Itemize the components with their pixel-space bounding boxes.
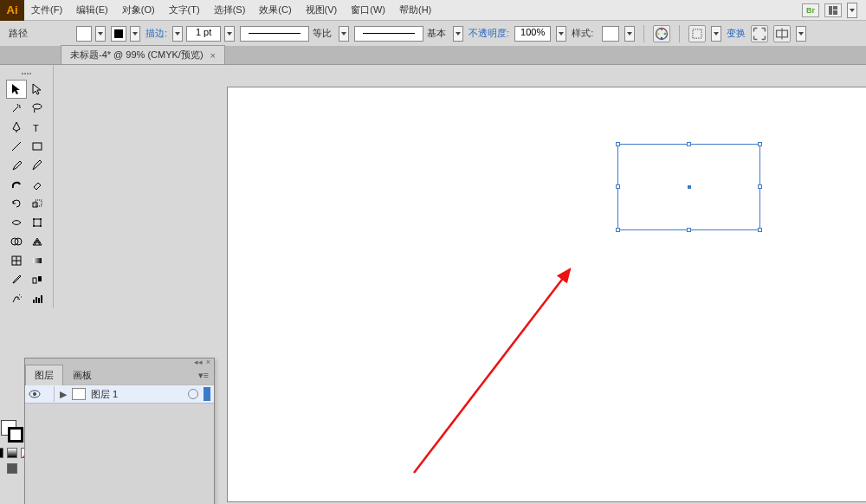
fill-swatch-group[interactable] xyxy=(76,26,106,42)
column-graph-tool[interactable] xyxy=(27,289,48,308)
handle-se[interactable] xyxy=(758,228,762,232)
isolate-icon[interactable] xyxy=(751,25,768,42)
line-tool[interactable] xyxy=(6,137,27,156)
stroke-swatch-large[interactable] xyxy=(8,427,23,443)
options-path-label: 路径 xyxy=(9,27,28,40)
align-dropdown[interactable] xyxy=(711,26,721,42)
svg-rect-31 xyxy=(36,297,37,303)
fill-swatch[interactable] xyxy=(76,26,92,42)
doc-tab[interactable]: 未标题-4* @ 99% (CMYK/预览) × xyxy=(61,45,225,64)
bridge-button[interactable]: Br xyxy=(802,3,819,17)
panel-close-icon[interactable]: × xyxy=(206,358,210,366)
free-transform-tool[interactable] xyxy=(27,213,48,232)
layer-expand-icon[interactable]: ▶ xyxy=(60,389,67,400)
brush-group[interactable]: 基本 xyxy=(354,26,463,42)
width-tool[interactable] xyxy=(6,213,27,232)
opacity-dropdown[interactable] xyxy=(556,26,566,42)
type-tool[interactable]: T xyxy=(27,118,48,137)
stroke-swatch[interactable] xyxy=(111,26,126,42)
layer-name-label[interactable]: 图层 1 xyxy=(91,388,183,401)
extra-icon[interactable] xyxy=(773,25,791,42)
menu-file[interactable]: 文件(F) xyxy=(24,3,69,16)
arrange-dropdown[interactable] xyxy=(847,3,857,18)
layer-target-icon[interactable] xyxy=(188,389,198,399)
recolor-icon[interactable] xyxy=(653,25,670,42)
menu-type[interactable]: 文字(T) xyxy=(162,3,207,16)
shape-builder-tool[interactable] xyxy=(6,232,27,251)
selection-tool[interactable] xyxy=(6,80,27,99)
gradient-tool[interactable] xyxy=(27,251,48,270)
rotate-tool[interactable] xyxy=(6,194,27,213)
stroke-swatch-group[interactable] xyxy=(111,26,140,42)
layer-lock-area[interactable] xyxy=(46,386,55,402)
doc-tab-close-icon[interactable]: × xyxy=(210,50,216,61)
fill-stroke-swatches[interactable] xyxy=(1,420,23,443)
layer-thumbnail[interactable] xyxy=(72,388,86,400)
pencil-tool[interactable] xyxy=(27,156,48,175)
scale-tool[interactable] xyxy=(27,194,48,213)
magic-wand-tool[interactable] xyxy=(6,99,27,118)
stroke-weight-dropdown[interactable] xyxy=(224,26,235,42)
handle-sw[interactable] xyxy=(616,228,620,232)
brush-dropdown[interactable] xyxy=(453,26,463,42)
svg-point-18 xyxy=(33,218,35,220)
svg-point-4 xyxy=(661,28,663,30)
tab-artboards[interactable]: 画板 xyxy=(63,365,101,386)
paintbrush-tool[interactable] xyxy=(6,156,27,175)
menu-select[interactable]: 选择(S) xyxy=(207,3,253,16)
mesh-tool[interactable] xyxy=(6,251,27,270)
toolbox-grip[interactable] xyxy=(14,70,40,77)
arrange-docs-button[interactable] xyxy=(824,3,842,17)
menu-view[interactable]: 视图(V) xyxy=(299,3,345,16)
layer-row[interactable]: ▶ 图层 1 xyxy=(25,384,214,404)
transform-link[interactable]: 变换 xyxy=(727,27,746,40)
rectangle-tool[interactable] xyxy=(27,137,48,156)
extra-dropdown[interactable] xyxy=(796,26,806,42)
draw-normal-icon[interactable] xyxy=(7,463,17,474)
panel-collapse-icon[interactable]: ◂◂ xyxy=(194,358,203,366)
blend-tool[interactable] xyxy=(27,270,48,289)
handle-ne[interactable] xyxy=(758,142,762,146)
opacity-input[interactable]: 100% xyxy=(514,26,551,42)
profile-dropdown[interactable] xyxy=(339,26,349,42)
stroke-swatch-dropdown[interactable] xyxy=(130,26,140,42)
style-swatch[interactable] xyxy=(602,26,619,42)
fill-swatch-dropdown[interactable] xyxy=(95,26,106,42)
tab-layers[interactable]: 图层 xyxy=(25,365,63,385)
layer-visibility-icon[interactable] xyxy=(29,388,41,400)
menu-effect[interactable]: 效果(C) xyxy=(252,3,298,16)
color-mode-icon[interactable] xyxy=(0,448,3,458)
direct-selection-tool[interactable] xyxy=(27,80,48,99)
lasso-tool[interactable] xyxy=(27,99,48,118)
handle-n[interactable] xyxy=(687,142,691,146)
stroke-weight-input[interactable]: 1 pt xyxy=(186,26,221,42)
symbol-sprayer-tool[interactable] xyxy=(6,289,27,308)
pen-tool[interactable] xyxy=(6,118,27,137)
handle-w[interactable] xyxy=(616,184,620,189)
artboard[interactable] xyxy=(227,87,866,502)
perspective-grid-tool[interactable] xyxy=(27,232,48,251)
layer-selection-indicator[interactable] xyxy=(204,387,210,401)
brush-def[interactable] xyxy=(354,26,423,42)
style-dropdown[interactable] xyxy=(624,26,635,42)
opacity-label-link[interactable]: 不透明度: xyxy=(469,27,509,40)
menu-object[interactable]: 对象(O) xyxy=(115,3,162,16)
menu-help[interactable]: 帮助(H) xyxy=(392,3,438,16)
handle-nw[interactable] xyxy=(616,142,620,146)
stroke-label-link[interactable]: 描边: xyxy=(145,27,167,40)
handle-s[interactable] xyxy=(687,228,691,232)
align-icon[interactable] xyxy=(688,25,706,42)
menu-window[interactable]: 窗口(W) xyxy=(344,3,392,16)
svg-rect-2 xyxy=(833,10,837,15)
eyedropper-tool[interactable] xyxy=(6,270,27,289)
profile-group[interactable]: 等比 xyxy=(240,26,349,42)
blob-brush-tool[interactable] xyxy=(6,175,27,194)
panel-menu-icon[interactable]: ▾≡ xyxy=(193,370,214,381)
stroke-profile[interactable] xyxy=(240,26,309,42)
gradient-mode-icon[interactable] xyxy=(7,448,17,458)
selected-rectangle[interactable] xyxy=(617,144,760,230)
eraser-tool[interactable] xyxy=(27,175,48,194)
menu-edit[interactable]: 编辑(E) xyxy=(69,3,115,16)
stroke-decrease[interactable] xyxy=(172,26,183,42)
handle-e[interactable] xyxy=(758,184,762,189)
